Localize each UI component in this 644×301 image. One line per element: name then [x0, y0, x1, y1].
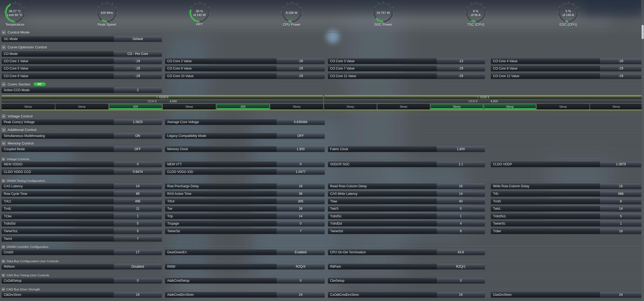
- collapse-chevron-button[interactable]: [2, 45, 6, 49]
- core-cell-0-5[interactable]: Sleep: [270, 104, 323, 109]
- param-tcke[interactable]: TCke1: [2, 213, 162, 219]
- param-twrwrsd[interactable]: TwrwrSd7: [165, 228, 325, 234]
- param-co-core-12-value[interactable]: CO Core 12 Value-29: [491, 73, 642, 79]
- param-twrwrdd[interactable]: TwrwrDd6: [328, 228, 485, 234]
- param-fabric-clock[interactable]: Fabric Clock1,800: [328, 146, 485, 152]
- param-addrcmddrvstren[interactable]: AddrCmdDrvStren24: [165, 292, 325, 297]
- core-cell-1-0[interactable]: Sleep: [324, 104, 377, 109]
- core-cell-0-0[interactable]: Sleep: [2, 104, 55, 109]
- param-twrwrsc[interactable]: TwrwrSc1: [491, 221, 642, 226]
- core-cell-0-3[interactable]: Sleep: [163, 104, 216, 109]
- param-twrrd[interactable]: Twrrd7: [2, 236, 162, 241]
- param-clkdrvstren[interactable]: ClkDrvStren24: [2, 292, 162, 297]
- collapse-chevron-button[interactable]: [2, 260, 5, 263]
- param-rttpark[interactable]: RttParkRZQ/1: [328, 264, 485, 269]
- param-trdrddd[interactable]: TrdrdDd4: [328, 221, 485, 226]
- param-tfaw[interactable]: Tfaw40: [328, 198, 485, 204]
- vertical-scrollbar[interactable]: [641, 0, 644, 301]
- collapse-chevron-button[interactable]: [2, 274, 5, 277]
- param-co-core-2-value[interactable]: CO Core 2 Value-29: [165, 58, 325, 64]
- param-trtp[interactable]: Trtp14: [165, 213, 325, 219]
- param-co-core-7-value[interactable]: CO Core 7 Value-29: [328, 66, 485, 71]
- param-cas-latency[interactable]: CAS Latency14: [2, 183, 162, 189]
- param-row-precharge-delay[interactable]: Row Precharge Delay16: [165, 183, 325, 189]
- param-twr[interactable]: Twr26: [165, 206, 325, 211]
- scrollbar-thumb[interactable]: [642, 25, 644, 39]
- collapse-chevron-button[interactable]: [2, 158, 5, 161]
- param-co-core-5-value[interactable]: CO Core 5 Value-29: [2, 66, 162, 71]
- param-trdrdsd[interactable]: TrdrdSd5: [2, 221, 162, 226]
- core-cell-0-2[interactable]: 429: [109, 104, 162, 109]
- collapse-chevron-button[interactable]: [2, 179, 5, 182]
- core-cell-1-5[interactable]: Sleep: [590, 104, 643, 109]
- param-label: GearDownEn: [165, 249, 276, 255]
- param-cldo-vddp[interactable]: CLDO VDDP1.0979: [491, 161, 642, 167]
- param-co-mode[interactable]: CO ModeCO - Per Core: [2, 51, 162, 57]
- param-rttnom[interactable]: RttNomDisabled: [2, 264, 162, 269]
- param-cldo-vddg-ccd[interactable]: CLDO VDDG CCD0.9474: [2, 169, 162, 175]
- param-trrds[interactable]: TrrdS8: [491, 198, 642, 204]
- param-geardownen[interactable]: GearDownEnEnabled: [165, 249, 325, 255]
- param-ras-active-time[interactable]: RAS Active Time36: [165, 191, 325, 197]
- param-vddcr-soc[interactable]: VDDCR SOC1.1: [328, 161, 485, 167]
- param-average-core-voltage[interactable]: Average Core Voltage0.639384: [165, 119, 325, 125]
- param-value: Disabled: [113, 264, 162, 269]
- param-rttwr[interactable]: RttWrRZQ/3: [165, 264, 325, 269]
- param-row-cycle-time[interactable]: Row Cycle Time89: [2, 191, 162, 197]
- collapse-chevron-button[interactable]: [2, 82, 6, 86]
- param-trrdl[interactable]: TrrdL11: [2, 206, 162, 211]
- param-trfc4[interactable]: Trfc4305: [165, 198, 325, 204]
- param-oc-mode[interactable]: OC ModeDefault: [2, 36, 162, 42]
- collapse-chevron-button[interactable]: [2, 288, 5, 291]
- param-simultaneous-multithreading[interactable]: Simultaneous MultithreadingON: [2, 133, 162, 139]
- collapse-chevron-button[interactable]: [2, 128, 6, 132]
- param-legacy-compatibility-mode[interactable]: Legacy Compatibility ModeOFF: [165, 133, 325, 139]
- param-cmd2t[interactable]: Cmd2t1T: [2, 249, 162, 255]
- param-trdrdsc[interactable]: TrdrdSc1: [328, 213, 485, 219]
- param-write-row-column-delay[interactable]: Write Row-Column Delay16: [491, 183, 642, 189]
- param-co-core-6-value[interactable]: CO Core 6 Value-29: [165, 66, 325, 71]
- param-memory-clock[interactable]: Memory Clock1,900: [165, 146, 325, 152]
- param-co-core-1-value[interactable]: CO Core 1 Value-29: [2, 58, 162, 64]
- param-read-row-column-delay[interactable]: Read Row-Column Delay16: [328, 183, 485, 189]
- param-mem-vtt[interactable]: MEM VTT0: [165, 161, 325, 167]
- param-cpu-on-die-termination[interactable]: CPU On-Die Termination43.6: [328, 249, 485, 255]
- ccd-header-bar[interactable]: › CCD 0: [2, 95, 323, 99]
- param-co-core-9-value[interactable]: CO Core 9 Value-29: [2, 73, 162, 79]
- param-mem-vddio[interactable]: MEM VDDIO0: [2, 161, 162, 167]
- param-co-core-3-value[interactable]: CO Core 3 Value-13: [328, 58, 485, 64]
- param-active-ccd-mode[interactable]: Active CCD Mode2: [2, 87, 162, 93]
- core-cell-0-1[interactable]: Sleep: [55, 104, 109, 109]
- collapse-chevron-button[interactable]: [2, 141, 6, 145]
- collapse-chevron-button[interactable]: [2, 245, 5, 248]
- param-ckesetup[interactable]: CkeSetup0: [328, 278, 485, 283]
- param-trdrdscl[interactable]: TrdrdScL5: [491, 213, 642, 219]
- ccd-header-bar[interactable]: › CCD 1: [324, 95, 642, 99]
- param-co-core-4-value[interactable]: CO Core 4 Value-29: [491, 58, 642, 64]
- core-cell-1-4[interactable]: Sleep: [537, 104, 589, 109]
- collapse-chevron-button[interactable]: [2, 114, 6, 118]
- core-cell-1-3[interactable]: Sleep: [484, 104, 536, 109]
- param-csodtsetup[interactable]: CsOdtSetup0: [2, 278, 162, 283]
- param-coupled-mode[interactable]: Coupled ModeOFF: [2, 146, 162, 152]
- param-cas-write-latency[interactable]: CAS Write Latency14: [328, 191, 485, 197]
- param-twtrs[interactable]: TwtrS5: [328, 206, 485, 211]
- param-twtrl[interactable]: TwtrL14: [491, 206, 642, 211]
- param-cldo-vddg-iod[interactable]: CLDO VDDG IOD1.0477: [165, 169, 325, 175]
- core-cell-1-2[interactable]: Sleep: [431, 104, 483, 109]
- param-peak-core-s-voltage[interactable]: Peak Core(s) Voltage1.0825: [2, 119, 162, 125]
- param-trfc[interactable]: Trfc666: [491, 191, 642, 197]
- param-addrcmdsetup[interactable]: AddrCmdSetup0: [165, 278, 325, 283]
- param-twrwrscl[interactable]: TwrwrScL5: [2, 228, 162, 234]
- param-trfc2[interactable]: Trfc2495: [2, 198, 162, 204]
- param-csodtcmddrvstren[interactable]: CsOdtCmdDrvStren24: [328, 292, 485, 297]
- param-co-core-8-value[interactable]: CO Core 8 Value-29: [491, 66, 642, 71]
- core-cell-0-4[interactable]: 393: [216, 104, 270, 109]
- param-trcpage[interactable]: Trcpage0: [165, 221, 325, 226]
- param-ckedrvstren[interactable]: CkeDrvStren24: [491, 292, 642, 297]
- param-co-core-10-value[interactable]: CO Core 10 Value-29: [165, 73, 325, 79]
- param-trdwr[interactable]: Trdwr18: [491, 228, 642, 234]
- core-cell-1-1[interactable]: Sleep: [377, 104, 430, 109]
- param-co-core-11-value[interactable]: CO Core 11 Value-29: [328, 73, 485, 79]
- collapse-chevron-button[interactable]: [2, 30, 6, 34]
